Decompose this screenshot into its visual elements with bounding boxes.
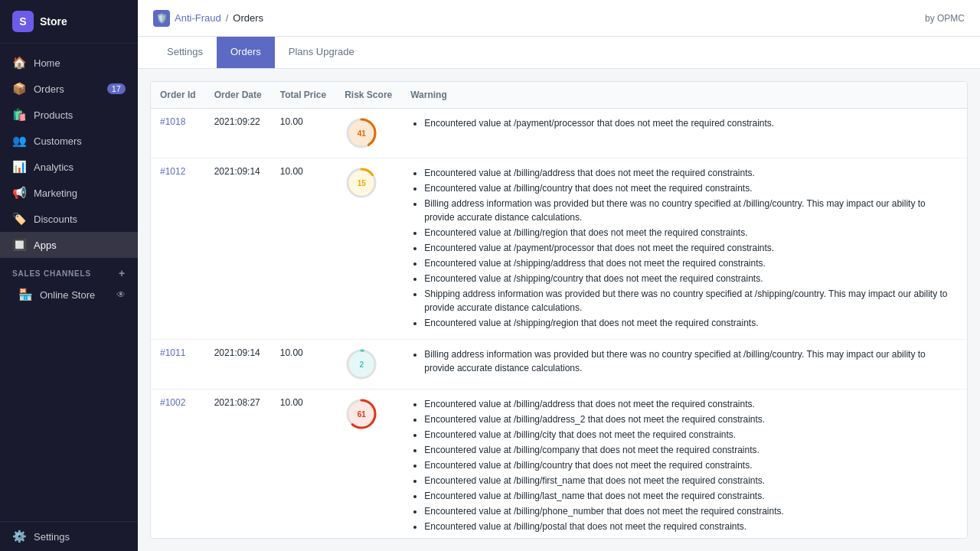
- warning-cell: Billing address information was provided…: [401, 340, 967, 390]
- risk-score-cell: 61: [335, 390, 401, 540]
- marketing-icon: 📢: [12, 186, 26, 200]
- warning-item: Encountered value at /billing/country th…: [424, 181, 958, 195]
- warning-item: Encountered value at /shipping/region th…: [424, 316, 958, 330]
- risk-gauge: 61: [345, 397, 378, 431]
- by-opmc: by OPMC: [925, 13, 965, 24]
- sidebar-label-customers: Customers: [34, 135, 82, 147]
- sidebar-item-products[interactable]: 🛍️ Products: [0, 102, 138, 128]
- sidebar-item-orders[interactable]: 📦 Orders 17: [0, 76, 138, 102]
- tab-orders[interactable]: Orders: [217, 37, 275, 68]
- total-price-cell: 10.00: [271, 109, 335, 158]
- online-store-settings-icon[interactable]: 👁: [116, 289, 126, 300]
- warning-list: Encountered value at /payment/processor …: [410, 116, 958, 130]
- warning-list: Billing address information was provided…: [410, 347, 958, 375]
- sidebar-item-home[interactable]: 🏠 Home: [0, 50, 138, 76]
- warning-item: Encountered value at /billing/country th…: [424, 458, 958, 472]
- sidebar-item-settings[interactable]: ⚙️ Settings: [0, 521, 138, 551]
- sidebar-item-marketing[interactable]: 📢 Marketing: [0, 180, 138, 206]
- order-link[interactable]: #1011: [160, 347, 185, 358]
- breadcrumb: 🛡️ Anti-Fraud / Orders: [153, 10, 263, 27]
- warning-item: Encountered value at /payment/processor …: [424, 241, 958, 255]
- table-row: #10182021:09:2210.00 41 Encountered valu…: [151, 109, 967, 158]
- settings-label: Settings: [34, 531, 70, 543]
- warning-item: Encountered value at /billing/company th…: [424, 443, 958, 457]
- order-id-cell: #1018: [151, 109, 205, 158]
- sidebar-label-home: Home: [34, 57, 60, 69]
- app-icon: 🛡️: [153, 10, 170, 27]
- order-link[interactable]: #1018: [160, 116, 185, 127]
- total-price-cell: 10.00: [271, 158, 335, 340]
- sidebar-label-analytics: Analytics: [34, 161, 74, 173]
- warning-item: Encountered value at /billing/address th…: [424, 166, 958, 180]
- orders-badge: 17: [107, 83, 126, 94]
- col-risk-score: Risk Score: [335, 82, 401, 109]
- sidebar-logo: S Store: [0, 0, 138, 44]
- sidebar-label-orders: Orders: [34, 83, 64, 95]
- sidebar-item-customers[interactable]: 👥 Customers: [0, 128, 138, 154]
- risk-score-label: 61: [358, 410, 366, 419]
- products-icon: 🛍️: [12, 108, 26, 122]
- warning-item: Shipping address information was provide…: [424, 287, 958, 315]
- sales-channels-label: SALES CHANNELS: [12, 269, 91, 278]
- col-order-id: Order Id: [151, 82, 205, 109]
- sidebar-item-online-store[interactable]: 🏪 Online Store 👁: [0, 282, 138, 307]
- tabs-bar: SettingsOrdersPlans Upgrade: [138, 37, 980, 69]
- warning-item: Encountered value at /billing/address_2 …: [424, 412, 958, 426]
- settings-icon: ⚙️: [12, 530, 26, 543]
- breadcrumb-separator: /: [226, 12, 229, 24]
- logo-text: Store: [40, 15, 67, 28]
- warning-cell: Encountered value at /payment/processor …: [401, 109, 967, 158]
- warning-item: Encountered value at /billing/postal tha…: [424, 520, 958, 533]
- order-date-cell: 2021:09:22: [205, 109, 271, 158]
- warning-item: Encountered value at /billing/address th…: [424, 397, 958, 411]
- order-link[interactable]: #1012: [160, 166, 185, 177]
- total-price-cell: 10.00: [271, 390, 335, 540]
- warning-item: Encountered value at /billing/region tha…: [424, 226, 958, 240]
- sidebar-label-apps: Apps: [34, 240, 57, 251]
- warning-cell: Encountered value at /billing/address th…: [401, 158, 967, 340]
- sidebar-item-analytics[interactable]: 📊 Analytics: [0, 154, 138, 180]
- warning-item: Billing address information was provided…: [424, 347, 958, 375]
- home-icon: 🏠: [12, 56, 26, 70]
- warning-list: Encountered value at /billing/address th…: [410, 166, 958, 330]
- risk-score-cell: 15: [335, 158, 401, 340]
- tab-plans-upgrade[interactable]: Plans Upgrade: [275, 37, 368, 68]
- add-sales-channel-button[interactable]: +: [119, 267, 126, 279]
- sidebar-label-discounts: Discounts: [34, 214, 77, 225]
- orders-icon: 📦: [12, 82, 26, 96]
- orders-table-container: Order IdOrder DateTotal PriceRisk ScoreW…: [150, 81, 968, 539]
- col-warning: Warning: [401, 82, 967, 109]
- order-id-cell: #1011: [151, 340, 205, 390]
- warning-item: Encountered value at /billing/city that …: [424, 428, 958, 442]
- risk-score-cell: 2: [335, 340, 401, 390]
- sidebar-nav: 🏠 Home 📦 Orders 17 🛍️ Products 👥 Custome…: [0, 44, 138, 521]
- tab-settings[interactable]: Settings: [153, 37, 217, 68]
- risk-gauge: 15: [345, 166, 378, 200]
- discounts-icon: 🏷️: [12, 212, 26, 226]
- risk-gauge: 41: [345, 116, 378, 150]
- sales-channel-label: Online Store: [40, 289, 95, 301]
- col-order-date: Order Date: [205, 82, 271, 109]
- warning-item: Encountered value at /billing/phone_numb…: [424, 504, 958, 518]
- warning-list: Encountered value at /billing/address th…: [410, 397, 958, 539]
- table-row: #10022021:08:2710.00 61 Encountered valu…: [151, 390, 967, 540]
- breadcrumb-app[interactable]: Anti-Fraud: [175, 12, 221, 24]
- col-total-price: Total Price: [271, 82, 335, 109]
- sidebar-item-discounts[interactable]: 🏷️ Discounts: [0, 206, 138, 232]
- orders-table: Order IdOrder DateTotal PriceRisk ScoreW…: [151, 82, 967, 539]
- online-store-icon: 🏪: [18, 288, 32, 302]
- warning-item: Encountered value at /shipping/country t…: [424, 272, 958, 285]
- top-header: 🛡️ Anti-Fraud / Orders by OPMC: [138, 0, 980, 37]
- risk-score-label: 41: [358, 129, 366, 138]
- sales-channels-header: SALES CHANNELS +: [0, 258, 138, 282]
- warning-item: Encountered value at /billing/first_name…: [424, 474, 958, 487]
- breadcrumb-page: Orders: [233, 12, 263, 24]
- analytics-icon: 📊: [12, 160, 26, 174]
- sidebar-label-products: Products: [34, 109, 73, 121]
- warning-item: Encountered value at /billing/last_name …: [424, 489, 958, 503]
- sidebar-item-apps[interactable]: 🔲 Apps: [0, 232, 138, 258]
- order-link[interactable]: #1002: [160, 397, 185, 408]
- table-row: #10122021:09:1410.00 15 Encountered valu…: [151, 158, 967, 340]
- order-date-cell: 2021:08:27: [205, 390, 271, 540]
- sidebar-label-marketing: Marketing: [34, 187, 77, 199]
